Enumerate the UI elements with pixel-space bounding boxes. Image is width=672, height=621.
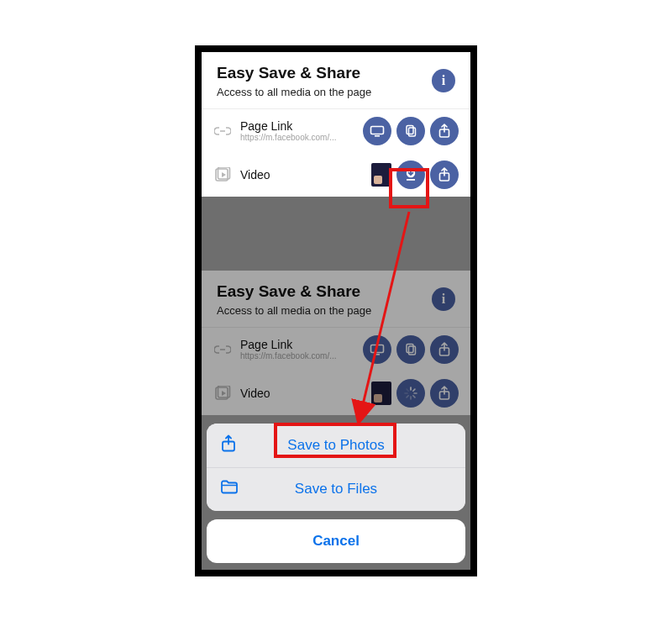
panel-header: Easy Save & Share Access to all media on… xyxy=(202,52,470,109)
video-label: Video xyxy=(240,168,363,182)
save-photo-icon xyxy=(220,434,237,456)
info-button[interactable]: i xyxy=(432,287,455,311)
video-thumbnail[interactable] xyxy=(371,163,391,187)
link-icon xyxy=(213,125,232,137)
svg-line-18 xyxy=(413,389,415,391)
copy-icon xyxy=(404,343,417,356)
share-panel-bottom-wrap: Easy Save & Share Access to all media on… xyxy=(202,271,470,415)
svg-line-22 xyxy=(407,395,408,397)
row-actions xyxy=(371,161,459,189)
panel-title: Easy Save & Share xyxy=(217,282,371,301)
cancel-button[interactable]: Cancel xyxy=(207,519,465,563)
svg-rect-2 xyxy=(407,125,413,134)
share-video-button[interactable] xyxy=(430,161,459,189)
share-panel-bottom: Easy Save & Share Access to all media on… xyxy=(202,271,470,415)
panel-header: Easy Save & Share Access to all media on… xyxy=(202,271,470,328)
row-actions xyxy=(363,335,459,364)
page-link-url: https://m.facebook.com/... xyxy=(240,351,354,360)
info-icon: i xyxy=(442,73,445,88)
video-icon xyxy=(213,386,232,401)
svg-rect-13 xyxy=(409,346,416,355)
panel-subtitle: Access to all media on the page xyxy=(217,304,371,317)
row-text: Page Link https://m.facebook.com/... xyxy=(240,338,354,360)
row-page-link: Page Link https://m.facebook.com/... xyxy=(202,328,470,371)
cancel-label: Cancel xyxy=(312,533,360,550)
spinner-icon xyxy=(403,386,418,401)
svg-rect-8 xyxy=(407,179,415,181)
open-browser-button[interactable] xyxy=(363,117,391,145)
share-icon xyxy=(438,124,451,139)
save-to-photos-button[interactable]: Save to Photos xyxy=(207,424,465,467)
info-icon: i xyxy=(442,292,445,307)
svg-line-24 xyxy=(407,389,408,391)
video-icon xyxy=(213,167,232,182)
row-text: Video xyxy=(240,387,363,400)
row-video: Video xyxy=(202,371,470,415)
row-video: Video xyxy=(202,153,470,197)
svg-rect-11 xyxy=(375,354,380,355)
share-panel-bottom-container: Easy Save & Share Access to all media on… xyxy=(202,271,470,415)
header-text: Easy Save & Share Access to all media on… xyxy=(217,64,371,98)
folder-icon xyxy=(220,480,239,499)
svg-rect-3 xyxy=(409,128,416,136)
download-loading-button[interactable] xyxy=(396,379,425,408)
video-thumbnail[interactable] xyxy=(371,382,391,405)
svg-rect-12 xyxy=(407,344,413,352)
download-button[interactable] xyxy=(396,161,425,189)
copy-button[interactable] xyxy=(396,335,425,364)
save-to-files-button[interactable]: Save to Files xyxy=(207,467,465,511)
svg-line-20 xyxy=(413,395,415,397)
page-link-label: Page Link xyxy=(240,338,354,351)
action-sheet: Save to Photos Save to Files Cancel xyxy=(207,424,465,563)
share-video-button[interactable] xyxy=(430,379,459,408)
screen: Easy Save & Share Access to all media on… xyxy=(202,52,470,570)
share-icon xyxy=(438,167,451,182)
open-browser-button[interactable] xyxy=(363,335,391,364)
svg-rect-10 xyxy=(371,345,384,352)
panel-title: Easy Save & Share xyxy=(217,64,371,82)
share-button[interactable] xyxy=(430,335,459,364)
svg-rect-0 xyxy=(371,126,384,134)
page-link-url: https://m.facebook.com/... xyxy=(240,133,354,142)
svg-rect-1 xyxy=(375,135,380,137)
header-text: Easy Save & Share Access to all media on… xyxy=(217,282,371,317)
copy-icon xyxy=(404,124,417,138)
row-actions xyxy=(363,117,459,145)
monitor-icon xyxy=(370,125,385,137)
share-icon xyxy=(438,342,451,357)
info-button[interactable]: i xyxy=(432,69,455,92)
row-page-link: Page Link https://m.facebook.com/... xyxy=(202,109,470,153)
row-text: Page Link https://m.facebook.com/... xyxy=(240,119,354,142)
link-icon xyxy=(213,344,232,355)
row-text: Video xyxy=(240,168,363,182)
download-icon xyxy=(404,167,417,182)
save-to-photos-label: Save to Photos xyxy=(287,437,384,454)
row-actions xyxy=(371,379,459,408)
video-label: Video xyxy=(240,387,363,400)
action-sheet-group: Save to Photos Save to Files xyxy=(207,424,465,511)
save-to-files-label: Save to Files xyxy=(295,481,377,497)
share-button[interactable] xyxy=(430,117,459,145)
monitor-icon xyxy=(370,344,385,355)
copy-button[interactable] xyxy=(396,117,425,145)
phone-frame: Easy Save & Share Access to all media on… xyxy=(195,45,477,576)
page-link-label: Page Link xyxy=(240,119,354,133)
share-panel-top: Easy Save & Share Access to all media on… xyxy=(202,52,470,197)
panel-subtitle: Access to all media on the page xyxy=(217,86,371,98)
share-icon xyxy=(438,386,451,401)
